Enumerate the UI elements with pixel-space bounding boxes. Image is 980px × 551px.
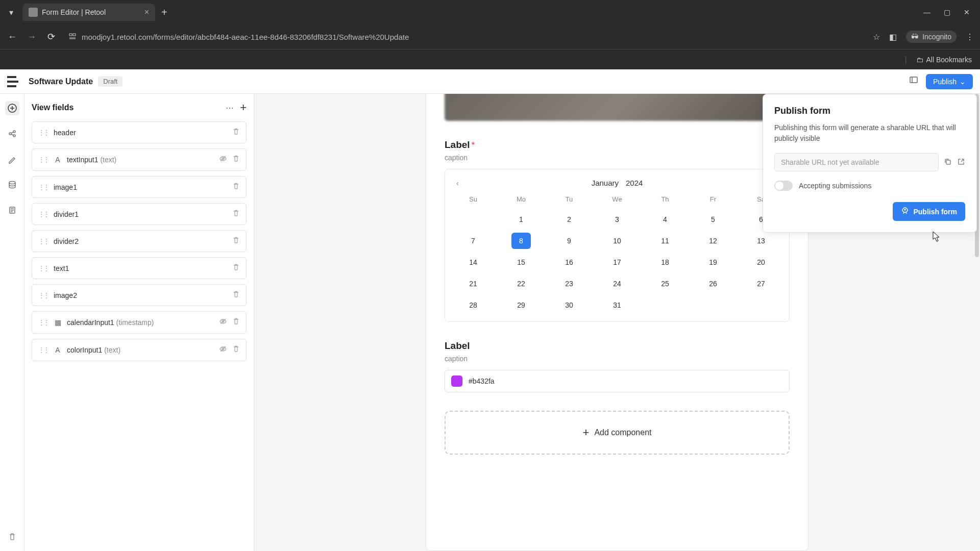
copy-url-icon[interactable] xyxy=(944,158,952,167)
calendar-day[interactable]: 14 xyxy=(463,254,483,270)
rail-add-button[interactable] xyxy=(5,101,19,115)
delete-field-icon[interactable] xyxy=(232,290,240,300)
calendar-day[interactable]: 5 xyxy=(703,211,723,228)
drag-handle-icon[interactable]: ⋮⋮ xyxy=(38,346,48,354)
hide-field-icon[interactable] xyxy=(219,345,227,355)
field-card[interactable]: ⋮⋮ divider2 xyxy=(32,230,247,252)
field-card[interactable]: ⋮⋮ A textInput1 (text) xyxy=(32,148,247,171)
field-card[interactable]: ⋮⋮ divider1 xyxy=(32,203,247,225)
new-tab-button[interactable]: + xyxy=(161,7,167,18)
field-card[interactable]: ⋮⋮ A colorInput1 (text) xyxy=(32,339,247,361)
field-card[interactable]: ⋮⋮ text1 xyxy=(32,257,247,279)
url-field[interactable]: moodjoy1.retool.com/forms/editor/abcbf48… xyxy=(64,32,866,42)
tab-close-icon[interactable]: × xyxy=(144,8,149,17)
drag-handle-icon[interactable]: ⋮⋮ xyxy=(38,184,48,191)
calendar-day[interactable]: 26 xyxy=(703,276,723,292)
calendar-day[interactable]: 19 xyxy=(703,254,723,270)
rail-docs-button[interactable] xyxy=(5,203,19,217)
calendar-day[interactable]: 1 xyxy=(511,211,531,228)
calendar-day[interactable]: 21 xyxy=(463,276,483,292)
calendar-day[interactable]: 9 xyxy=(559,233,579,249)
drag-handle-icon[interactable]: ⋮⋮ xyxy=(38,156,48,163)
field-card[interactable]: ⋮⋮ header xyxy=(32,121,247,143)
calendar-day[interactable]: 31 xyxy=(607,297,627,313)
calendar-day[interactable]: 4 xyxy=(655,211,675,228)
site-info-icon[interactable] xyxy=(68,32,77,42)
delete-field-icon[interactable] xyxy=(232,128,240,137)
delete-field-icon[interactable] xyxy=(232,236,240,246)
field-card[interactable]: ⋮⋮ ▦ calendarInput1 (timestamp) xyxy=(32,311,247,334)
calendar-day[interactable]: 27 xyxy=(751,276,771,292)
drag-handle-icon[interactable]: ⋮⋮ xyxy=(38,265,48,272)
color-input[interactable]: #b432fa xyxy=(445,370,790,392)
preview-icon[interactable] xyxy=(909,75,919,88)
hide-field-icon[interactable] xyxy=(219,155,227,165)
retool-logo[interactable] xyxy=(7,76,18,87)
calendar-day[interactable]: 25 xyxy=(655,276,675,292)
calendar-day[interactable]: 11 xyxy=(655,233,675,249)
calendar-day[interactable]: 28 xyxy=(463,297,483,313)
field-card[interactable]: ⋮⋮ image2 xyxy=(32,284,247,306)
calendar-day[interactable]: 23 xyxy=(559,276,579,292)
rail-share-button[interactable] xyxy=(5,127,19,141)
window-maximize-icon[interactable]: ▢ xyxy=(944,8,950,16)
delete-field-icon[interactable] xyxy=(232,345,240,355)
sidebar-add-icon[interactable]: + xyxy=(240,101,247,114)
rail-trash-button[interactable] xyxy=(5,530,19,544)
bookmark-star-icon[interactable]: ☆ xyxy=(873,32,880,42)
calendar-day[interactable]: 17 xyxy=(607,254,627,270)
calendar-day[interactable]: 3 xyxy=(607,211,627,228)
delete-field-icon[interactable] xyxy=(232,317,240,328)
delete-field-icon[interactable] xyxy=(232,209,240,219)
browser-tab[interactable]: Form Editor | Retool × xyxy=(22,4,155,21)
sharable-url-field[interactable]: Sharable URL not yet available xyxy=(774,153,939,171)
hide-field-icon[interactable] xyxy=(219,317,227,328)
calendar-day[interactable]: 22 xyxy=(511,276,531,292)
sidebar-more-icon[interactable]: ⋯ xyxy=(226,103,234,113)
calendar-day[interactable]: 30 xyxy=(559,297,579,313)
nav-back-icon[interactable]: ← xyxy=(6,32,18,42)
calendar-month[interactable]: January xyxy=(592,179,619,187)
nav-reload-icon[interactable]: ⟳ xyxy=(45,31,57,42)
calendar-year[interactable]: 2024 xyxy=(626,179,643,187)
drag-handle-icon[interactable]: ⋮⋮ xyxy=(38,211,48,218)
tab-search-dropdown[interactable]: ▾ xyxy=(4,5,18,19)
drag-handle-icon[interactable]: ⋮⋮ xyxy=(38,292,48,299)
calendar-day[interactable]: 18 xyxy=(655,254,675,270)
calendar-day[interactable]: 8 xyxy=(511,233,531,249)
drag-handle-icon[interactable]: ⋮⋮ xyxy=(38,238,48,245)
calendar-prev-icon[interactable]: ‹ xyxy=(452,177,463,189)
drag-handle-icon[interactable]: ⋮⋮ xyxy=(38,319,48,326)
delete-field-icon[interactable] xyxy=(232,155,240,165)
calendar-day[interactable]: 13 xyxy=(751,233,771,249)
incognito-badge[interactable]: 🕶 Incognito xyxy=(906,31,957,43)
open-url-icon[interactable] xyxy=(957,158,965,167)
calendar-day[interactable]: 7 xyxy=(463,233,483,249)
delete-field-icon[interactable] xyxy=(232,182,240,192)
calendar-day[interactable]: 12 xyxy=(703,233,723,249)
nav-forward-icon[interactable]: → xyxy=(26,32,38,42)
publish-button[interactable]: Publish ⌄ xyxy=(926,74,973,89)
side-panel-icon[interactable]: ◧ xyxy=(889,32,897,42)
calendar-day[interactable]: 29 xyxy=(511,297,531,313)
calendar-input[interactable]: ‹ January 2024 › SuMoTuWeThFrSa123456789… xyxy=(445,169,790,322)
field-card[interactable]: ⋮⋮ image1 xyxy=(32,176,247,198)
calendar-day[interactable]: 15 xyxy=(511,254,531,270)
add-component-button[interactable]: + Add component xyxy=(445,411,790,455)
calendar-day[interactable]: 16 xyxy=(559,254,579,270)
calendar-day[interactable]: 2 xyxy=(559,211,579,228)
delete-field-icon[interactable] xyxy=(232,263,240,273)
rail-design-button[interactable] xyxy=(5,152,19,166)
accepting-submissions-toggle[interactable] xyxy=(774,181,793,191)
calendar-day[interactable]: 10 xyxy=(607,233,627,249)
rail-data-button[interactable] xyxy=(5,178,19,192)
browser-menu-icon[interactable]: ⋮ xyxy=(966,32,974,42)
calendar-day[interactable]: 20 xyxy=(751,254,771,270)
window-close-icon[interactable]: ✕ xyxy=(964,8,970,16)
color-swatch[interactable] xyxy=(451,375,462,387)
publish-form-button[interactable]: Publish form xyxy=(893,202,965,221)
window-minimize-icon[interactable]: — xyxy=(923,8,930,16)
calendar-day[interactable]: 24 xyxy=(607,276,627,292)
drag-handle-icon[interactable]: ⋮⋮ xyxy=(38,129,48,136)
all-bookmarks-button[interactable]: 🗀 All Bookmarks xyxy=(916,56,972,64)
